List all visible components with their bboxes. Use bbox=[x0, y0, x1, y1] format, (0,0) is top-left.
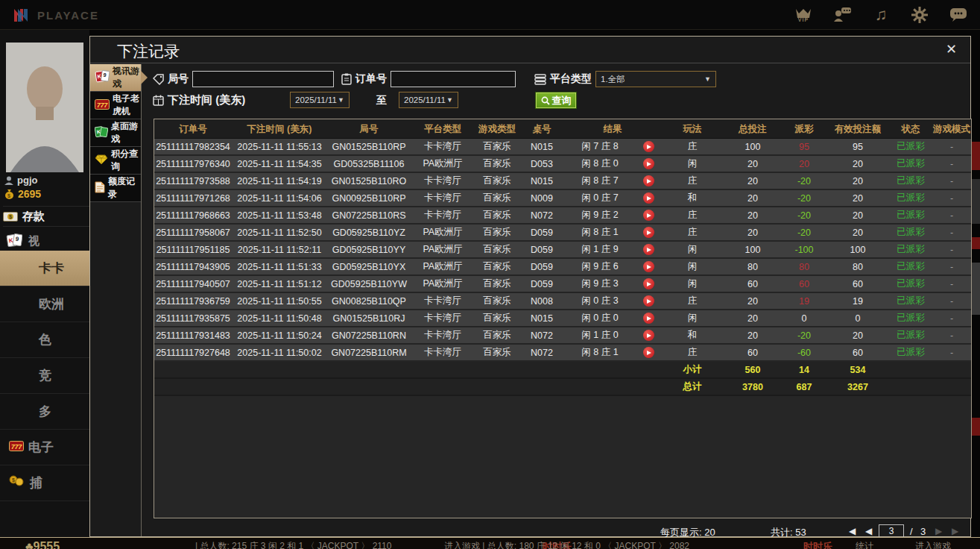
date-from-select[interactable]: 2025/11/11 ▼ bbox=[290, 92, 350, 108]
lobby-menu-item-1[interactable]: 卡卡 bbox=[0, 251, 89, 286]
date-to-select[interactable]: 2025/11/11 ▼ bbox=[399, 92, 458, 108]
cell-valid: 20 bbox=[826, 225, 889, 240]
cell-valid: 60 bbox=[826, 345, 889, 360]
last-page-icon[interactable]: ▶ bbox=[952, 526, 958, 536]
prev-page-icon[interactable]: ◀ bbox=[865, 526, 872, 536]
bottom-bar-text: 进入游戏 | 总人数: 180 庄 12 闲 12 和 0 〈 JACKPOT … bbox=[444, 540, 689, 549]
vip-icon[interactable]: VIP bbox=[792, 3, 815, 27]
play-icon[interactable] bbox=[643, 244, 654, 255]
play-icon[interactable] bbox=[643, 313, 654, 324]
lobby-video-section[interactable]: K 9 视 bbox=[6, 230, 39, 252]
column-header: 桌号 bbox=[519, 119, 564, 139]
cell-total: 60 bbox=[724, 345, 782, 360]
coins-icon: $ bbox=[9, 475, 25, 491]
chevron-down-icon: ▼ bbox=[338, 96, 344, 104]
svg-text:$: $ bbox=[7, 193, 10, 199]
settings-icon[interactable] bbox=[908, 3, 931, 27]
round-input[interactable] bbox=[192, 71, 334, 87]
dialog-tab-3[interactable]: K桌面游戏 bbox=[90, 119, 141, 147]
music-icon[interactable]: ♫ bbox=[870, 3, 892, 27]
play-icon[interactable] bbox=[643, 192, 654, 204]
dialog-tab-1[interactable]: K9视讯游戏 bbox=[90, 64, 141, 92]
lobby-balance[interactable]: $ 2695 bbox=[4, 188, 41, 200]
first-page-icon[interactable]: ◀ bbox=[849, 526, 856, 536]
cell-order: 251111117951185 bbox=[154, 242, 232, 257]
cell-replay bbox=[636, 190, 661, 206]
page-separator: / bbox=[910, 526, 913, 537]
cell-platform: PA欧洲厅 bbox=[411, 242, 475, 257]
search-button[interactable]: 查询 bbox=[535, 92, 577, 109]
dialog-title: 下注记录 bbox=[117, 41, 180, 62]
lobby-menu-item-2[interactable]: 欧洲 bbox=[0, 286, 89, 322]
play-icon[interactable] bbox=[643, 295, 654, 307]
cell-round: GD05925B110YX bbox=[327, 259, 411, 274]
cell-order: 251111117958067 bbox=[154, 225, 232, 240]
lobby-menu-item-4[interactable]: 竞 bbox=[0, 358, 89, 394]
search-button-label: 查询 bbox=[552, 94, 572, 107]
lobby-user[interactable]: pgjo bbox=[4, 175, 37, 186]
play-icon[interactable] bbox=[643, 347, 654, 358]
dialog-tab-4[interactable]: 积分查询 bbox=[90, 147, 141, 175]
table-body: 2511111179823542025-11-11 11:55:13GN0152… bbox=[154, 139, 971, 362]
deposit-label: 存款 bbox=[22, 210, 45, 224]
cell-mode: - bbox=[932, 345, 971, 360]
column-header: 结果 bbox=[564, 119, 661, 139]
money-bag-icon: $ bbox=[4, 189, 14, 199]
bottom-bar-text: 统计 bbox=[856, 540, 873, 549]
lobby-menu-label: 卡卡 bbox=[39, 260, 64, 277]
cell-mode: - bbox=[932, 242, 971, 257]
order-filter: 订单号 bbox=[341, 71, 516, 87]
support-icon[interactable] bbox=[831, 3, 853, 27]
play-icon[interactable] bbox=[643, 158, 654, 169]
cell-mode: - bbox=[932, 293, 971, 309]
dialog-tabs: K9视讯游戏777电子老虎机K桌面游戏积分查询额度记录 bbox=[90, 64, 141, 202]
cell-payout: -20 bbox=[782, 173, 826, 189]
page-number-input[interactable]: 3 bbox=[879, 524, 904, 538]
play-icon[interactable] bbox=[643, 278, 654, 289]
cards-icon: K9 bbox=[95, 70, 110, 86]
play-icon[interactable] bbox=[643, 210, 654, 221]
platform-select[interactable]: 1.全部 ▼ bbox=[595, 71, 716, 87]
cell-replay bbox=[636, 225, 661, 240]
cell-result: 闲 1 庄 0 bbox=[564, 327, 636, 343]
cell-time: 2025-11-11 11:54:19 bbox=[232, 173, 327, 189]
table-row: 2511111179712682025-11-11 11:54:06GN0092… bbox=[154, 190, 971, 207]
total-pages: 3 bbox=[920, 526, 926, 537]
play-icon[interactable] bbox=[643, 141, 654, 152]
subtotal-label: 小计 bbox=[661, 362, 724, 377]
cell-valid: 80 bbox=[826, 259, 889, 274]
cell-payout: -20 bbox=[782, 207, 826, 223]
order-input[interactable] bbox=[391, 71, 516, 87]
cell-result: 闲 7 庄 8 bbox=[564, 139, 636, 154]
play-icon[interactable] bbox=[643, 227, 654, 238]
lobby-bottom-bar: ♣9555| 总人数: 215 庄 3 闲 2 和 1 〈 JACKPOT 〉 … bbox=[0, 537, 980, 549]
cell-status: 已派彩 bbox=[889, 327, 932, 343]
play-icon[interactable] bbox=[643, 330, 654, 341]
date-from-value: 2025/11/11 bbox=[295, 95, 337, 104]
cell-payout: -100 bbox=[782, 242, 826, 257]
next-page-icon[interactable]: ▶ bbox=[935, 526, 942, 536]
cell-platform: PA欧洲厅 bbox=[411, 276, 475, 292]
to-label: 至 bbox=[376, 94, 387, 107]
cell-valid: 20 bbox=[826, 173, 889, 189]
lobby-menu-item-3[interactable]: 色 bbox=[0, 322, 89, 358]
lobby-menu-item-6[interactable]: 777电子 bbox=[0, 430, 89, 465]
cell-table: N009 bbox=[519, 190, 564, 206]
grand-total-total: 3780 bbox=[724, 379, 782, 395]
play-icon[interactable] bbox=[643, 261, 654, 272]
lobby-menu-item-7[interactable]: $捕 bbox=[0, 465, 89, 501]
cell-result: 闲 0 庄 7 bbox=[564, 190, 636, 206]
chat-icon[interactable] bbox=[947, 3, 970, 27]
cell-play: 闲 bbox=[661, 276, 724, 292]
play-icon[interactable] bbox=[643, 175, 654, 186]
dialog-tab-5[interactable]: 额度记录 bbox=[90, 175, 141, 202]
cell-result: 闲 1 庄 9 bbox=[564, 242, 636, 257]
cell-result: 闲 9 庄 6 bbox=[564, 259, 636, 274]
close-icon[interactable]: ✕ bbox=[946, 43, 957, 56]
lobby-menu-item-5[interactable]: 多 bbox=[0, 394, 89, 430]
slot-icon: 777 bbox=[95, 99, 110, 112]
cell-time: 2025-11-11 11:50:55 bbox=[232, 293, 327, 309]
deposit-button[interactable]: $ 存款 bbox=[3, 206, 89, 227]
dialog-tab-2[interactable]: 777电子老虎机 bbox=[90, 92, 141, 119]
cell-valid: 20 bbox=[826, 327, 889, 343]
